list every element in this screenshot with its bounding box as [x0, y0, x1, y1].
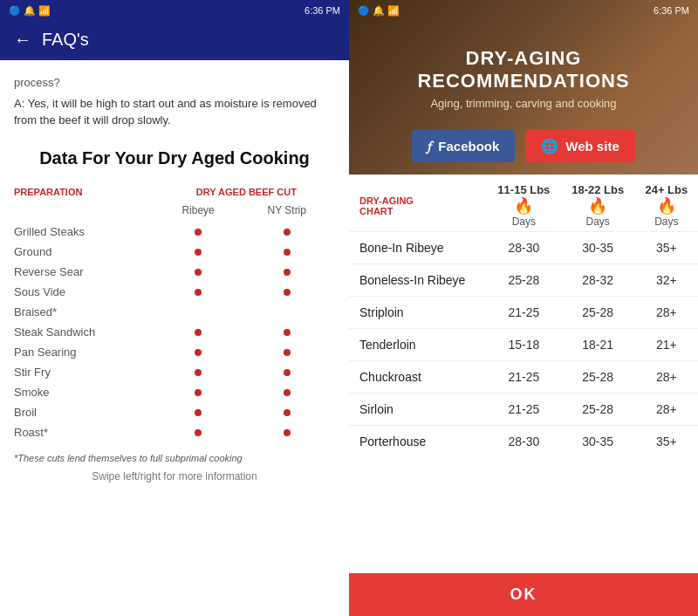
nystrip-dot-cell — [238, 262, 335, 282]
ribeye-dot-cell — [158, 382, 239, 402]
chart-row: Chuckroast 21-25 25-28 28+ — [349, 361, 698, 394]
days-18-22: 30-35 — [561, 426, 635, 458]
col-11-15-header: 11-15 Lbs 🔥 Days — [487, 175, 561, 232]
dot-indicator — [284, 269, 291, 276]
hero-subtitle: Aging, trimming, carving and cooking — [430, 97, 616, 110]
days-18-22: 25-28 — [561, 297, 635, 329]
section-heading: Data For Your Dry Aged Cooking — [14, 147, 335, 169]
preparation-table: PREPARATION DRY AGED BEEF CUT Ribeye NY … — [14, 187, 335, 442]
nystrip-dot-cell — [238, 242, 335, 262]
dot-indicator — [195, 369, 202, 376]
facebook-icon: 𝑓 — [428, 139, 431, 154]
days-11-15: 15-18 — [487, 329, 561, 361]
faq-question: process? — [14, 74, 335, 92]
website-label: Web site — [565, 139, 619, 154]
cut-name: Chuckroast — [349, 361, 487, 394]
col-ribeye-header: Ribeye — [158, 204, 239, 222]
table-row: Grilled Steaks — [14, 222, 335, 242]
dot-indicator — [284, 429, 291, 436]
col-18-22-header: 18-22 Lbs 🔥 Days — [561, 175, 635, 232]
prep-name: Grilled Steaks — [14, 222, 158, 242]
table-row: Steak Sandwich — [14, 322, 335, 342]
dot-indicator — [284, 229, 291, 236]
ribeye-dot-cell — [158, 402, 239, 422]
days-18-22: 18-21 — [561, 329, 635, 361]
dot-indicator — [284, 249, 291, 256]
left-status-icons: 🔵 🔔 📶 — [9, 5, 51, 17]
cut-name: Boneless-In Ribeye — [349, 264, 487, 297]
table-row: Reverse Sear — [14, 262, 335, 282]
prep-name: Reverse Sear — [14, 262, 158, 282]
nystrip-dot-cell — [238, 422, 335, 442]
chart-row: Sirloin 21-25 25-28 28+ — [349, 394, 698, 426]
table-row: Ground — [14, 242, 335, 262]
hero-section: DRY-AGINGRECOMMENDATIONS Aging, trimming… — [349, 0, 698, 175]
chart-label: DRY-AGINGCHART — [349, 175, 487, 232]
prep-name: Pan Searing — [14, 342, 158, 362]
table-row: Broil — [14, 402, 335, 422]
right-status-time: 6:36 PM — [654, 5, 689, 16]
cut-name: Porterhouse — [349, 426, 487, 458]
col-nystrip-header: NY Strip — [238, 204, 335, 222]
right-status-icons: 🔵 🔔 📶 — [358, 5, 400, 17]
nystrip-dot-cell — [238, 302, 335, 322]
nystrip-dot-cell — [238, 222, 335, 242]
prep-name: Steak Sandwich — [14, 322, 158, 342]
ribeye-dot-cell — [158, 422, 239, 442]
nystrip-dot-cell — [238, 282, 335, 302]
ribeye-dot-cell — [158, 242, 239, 262]
dot-indicator — [195, 389, 202, 396]
dot-indicator — [195, 429, 202, 436]
days-24-plus: 21+ — [635, 329, 698, 361]
chart-row: Tenderloin 15-18 18-21 21+ — [349, 329, 698, 361]
hero-content: DRY-AGINGRECOMMENDATIONS Aging, trimming… — [398, 0, 648, 162]
dot-indicator — [195, 349, 202, 356]
dot-indicator — [284, 369, 291, 376]
prep-name: Stir Fry — [14, 362, 158, 382]
dot-indicator — [195, 269, 202, 276]
hero-buttons: 𝑓 Facebook 🌐 Web site — [412, 130, 634, 162]
days-24-plus: 32+ — [635, 264, 698, 297]
dot-indicator — [284, 349, 291, 356]
dot-indicator — [284, 409, 291, 416]
nystrip-dot-cell — [238, 362, 335, 382]
table-row: Smoke — [14, 382, 335, 402]
left-status-bar: 🔵 🔔 📶 6:36 PM — [0, 0, 349, 21]
dot-indicator — [195, 229, 202, 236]
nystrip-dot-cell — [238, 402, 335, 422]
col-preparation-header: PREPARATION — [14, 187, 158, 204]
chart-row: Porterhouse 28-30 30-35 35+ — [349, 426, 698, 458]
chart-section: DRY-AGINGCHART 11-15 Lbs 🔥 Days 18-22 Lb… — [349, 175, 698, 573]
left-content: process? A: Yes, it will be high to star… — [0, 60, 349, 616]
days-24-plus: 35+ — [635, 426, 698, 458]
days-11-15: 25-28 — [487, 264, 561, 297]
days-24-plus: 35+ — [635, 232, 698, 264]
chart-row: Striploin 21-25 25-28 28+ — [349, 297, 698, 329]
chart-row: Boneless-In Ribeye 25-28 28-32 32+ — [349, 264, 698, 297]
table-row: Sous Vide — [14, 282, 335, 302]
cut-name: Bone-In Ribeye — [349, 232, 487, 264]
dot-indicator — [195, 289, 202, 296]
left-panel: 🔵 🔔 📶 6:36 PM ← FAQ's process? A: Yes, i… — [0, 0, 349, 616]
prep-name: Broil — [14, 402, 158, 422]
nystrip-dot-cell — [238, 382, 335, 402]
dry-aging-chart: DRY-AGINGCHART 11-15 Lbs 🔥 Days 18-22 Lb… — [349, 175, 698, 457]
page-title: FAQ's — [42, 30, 89, 50]
chart-row: Bone-In Ribeye 28-30 30-35 35+ — [349, 232, 698, 264]
dot-indicator — [195, 249, 202, 256]
ok-button[interactable]: OK — [349, 573, 698, 616]
website-button[interactable]: 🌐 Web site — [525, 130, 634, 162]
days-24-plus: 28+ — [635, 297, 698, 329]
facebook-button[interactable]: 𝑓 Facebook — [412, 130, 515, 162]
days-24-plus: 28+ — [635, 361, 698, 394]
days-11-15: 21-25 — [487, 361, 561, 394]
globe-icon: 🌐 — [541, 138, 558, 154]
left-header: ← FAQ's — [0, 21, 349, 60]
table-footnote: *These cuts lend themselves to full subp… — [14, 453, 335, 463]
right-panel: 🔵 🔔 📶 6:36 PM DRY-AGINGRECOMMENDATIONS A… — [349, 0, 698, 616]
back-button[interactable]: ← — [14, 30, 31, 50]
prep-name: Sous Vide — [14, 282, 158, 302]
cut-name: Striploin — [349, 297, 487, 329]
ribeye-dot-cell — [158, 302, 239, 322]
cut-name: Tenderloin — [349, 329, 487, 361]
